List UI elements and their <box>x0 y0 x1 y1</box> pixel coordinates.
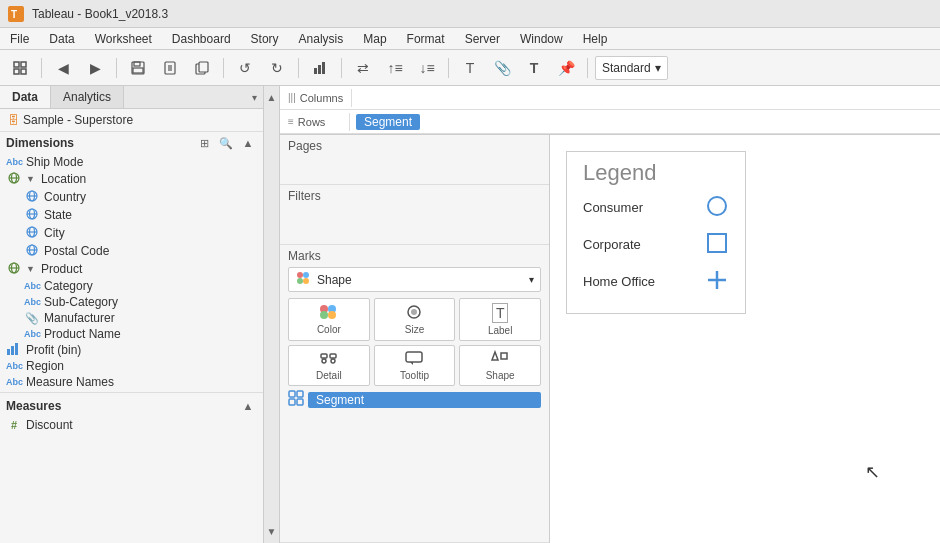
menu-data[interactable]: Data <box>39 30 84 48</box>
field-item-location[interactable]: ▼Location <box>0 170 263 188</box>
svg-rect-37 <box>11 346 14 355</box>
marks-detail-btn[interactable]: Detail <box>288 345 370 386</box>
field-item-category[interactable]: AbcCategory <box>0 278 263 294</box>
panel-tab-arrow[interactable]: ▾ <box>246 88 263 107</box>
svg-point-61 <box>708 197 726 215</box>
toolbar-save-btn[interactable] <box>124 55 152 81</box>
toolbar-text-btn[interactable]: T <box>520 55 548 81</box>
marks-shape-btn[interactable]: Shape <box>459 345 541 386</box>
dimensions-search-icon[interactable]: 🔍 <box>217 134 235 152</box>
menu-analysis[interactable]: Analysis <box>289 30 354 48</box>
svg-rect-53 <box>406 352 422 362</box>
svg-text:T: T <box>11 9 17 20</box>
globe-icon <box>24 189 40 205</box>
field-item-city[interactable]: City <box>0 224 263 242</box>
measures-collapse-icon[interactable]: ▲ <box>239 397 257 415</box>
marks-tooltip-btn[interactable]: Tooltip <box>374 345 456 386</box>
field-item-measure-names[interactable]: AbcMeasure Names <box>0 374 263 390</box>
svg-rect-4 <box>14 69 19 74</box>
collapse-down-arrow[interactable]: ▼ <box>264 520 279 543</box>
toolbar-grid-btn[interactable] <box>6 55 34 81</box>
marks-type-dropdown[interactable]: Shape ▾ <box>288 267 541 292</box>
globe-group-icon <box>6 171 22 187</box>
svg-rect-15 <box>314 68 317 74</box>
menu-format[interactable]: Format <box>397 30 455 48</box>
svg-point-51 <box>322 359 326 363</box>
toolbar-swap-btn[interactable]: ⇄ <box>349 55 377 81</box>
menu-file[interactable]: File <box>0 30 39 48</box>
tooltip-icon <box>404 350 424 368</box>
menu-help[interactable]: Help <box>573 30 618 48</box>
field-item-country[interactable]: Country <box>0 188 263 206</box>
field-item-region[interactable]: AbcRegion <box>0 358 263 374</box>
field-item-state[interactable]: State <box>0 206 263 224</box>
toolbar-sep-2 <box>116 58 117 78</box>
menu-server[interactable]: Server <box>455 30 510 48</box>
field-label: Location <box>41 172 86 186</box>
toolbar-view-dropdown[interactable]: Standard ▾ <box>595 56 668 80</box>
toolbar-sep-5 <box>341 58 342 78</box>
marks-size-btn[interactable]: Size <box>374 298 456 341</box>
toolbar-pin-btn[interactable]: 📌 <box>552 55 580 81</box>
toolbar-back-btn[interactable]: ◀ <box>49 55 77 81</box>
marks-color-btn[interactable]: Color <box>288 298 370 341</box>
columns-content[interactable] <box>352 96 940 100</box>
rows-shelf: ≡ Rows Segment <box>280 110 940 134</box>
field-item-profit-(bin)[interactable]: Profit (bin) <box>0 342 263 358</box>
menu-window[interactable]: Window <box>510 30 573 48</box>
field-label: City <box>44 226 65 240</box>
svg-point-48 <box>411 309 417 315</box>
chart-icon <box>6 343 22 357</box>
field-item-ship-mode[interactable]: AbcShip Mode <box>0 154 263 170</box>
toolbar-sort-asc-btn[interactable]: ↑≡ <box>381 55 409 81</box>
label-icon: T <box>492 303 509 323</box>
field-item-sub-category[interactable]: AbcSub-Category <box>0 294 263 310</box>
collapse-arrow: ▼ <box>26 264 35 274</box>
pages-card: Pages <box>280 135 549 185</box>
toolbar-forward-btn[interactable]: ▶ <box>81 55 109 81</box>
canvas: Pages Filters Marks <box>280 135 940 543</box>
rows-text: Rows <box>298 116 326 128</box>
data-source-label[interactable]: Sample - Superstore <box>23 113 133 127</box>
toolbar-new-btn[interactable] <box>156 55 184 81</box>
field-item-product[interactable]: ▼Product <box>0 260 263 278</box>
meas-item-discount[interactable]: # Discount <box>0 417 263 433</box>
field-label: Product Name <box>44 327 121 341</box>
columns-icon: ||| <box>288 92 296 103</box>
marks-segment-pill[interactable]: Segment <box>308 392 541 408</box>
svg-rect-8 <box>133 68 143 73</box>
svg-rect-62 <box>708 234 726 252</box>
collapse-up-arrow[interactable]: ▲ <box>264 86 279 109</box>
field-item-manufacturer[interactable]: 📎Manufacturer <box>0 310 263 326</box>
menu-worksheet[interactable]: Worksheet <box>85 30 162 48</box>
tab-analytics[interactable]: Analytics <box>51 86 124 108</box>
color-icon <box>319 304 339 322</box>
rows-content[interactable]: Segment <box>350 112 940 132</box>
toolbar-chart-btn[interactable] <box>306 55 334 81</box>
field-list: Dimensions ⊞ 🔍 ▲ AbcShip Mode ▼Location <box>0 132 263 543</box>
field-item-product-name[interactable]: AbcProduct Name <box>0 326 263 342</box>
toolbar-view-arrow: ▾ <box>655 61 661 75</box>
field-item-postal-code[interactable]: Postal Code <box>0 242 263 260</box>
menu-story[interactable]: Story <box>241 30 289 48</box>
dimensions-grid-icon[interactable]: ⊞ <box>195 134 213 152</box>
toolbar-sep-1 <box>41 58 42 78</box>
field-label: Manufacturer <box>44 311 115 325</box>
field-label: Product <box>41 262 82 276</box>
toolbar-sort-desc-btn[interactable]: ↓≡ <box>413 55 441 81</box>
toolbar-clip-btn[interactable]: 📎 <box>488 55 516 81</box>
toolbar-undo-btn[interactable]: ↺ <box>231 55 259 81</box>
menu-dashboard[interactable]: Dashboard <box>162 30 241 48</box>
toolbar-label-btn[interactable]: T <box>456 55 484 81</box>
svg-rect-57 <box>289 391 295 397</box>
marks-label-btn[interactable]: T Label <box>459 298 541 341</box>
svg-rect-59 <box>289 399 295 405</box>
toolbar-redo-btn[interactable]: ↻ <box>263 55 291 81</box>
toolbar-copy-btn[interactable] <box>188 55 216 81</box>
canvas-header: ||| Columns ≡ Rows Segment <box>280 86 940 135</box>
rows-pill[interactable]: Segment <box>356 114 420 130</box>
window-title: Tableau - Book1_v2018.3 <box>32 7 168 21</box>
dimensions-collapse-icon[interactable]: ▲ <box>239 134 257 152</box>
tab-data[interactable]: Data <box>0 86 51 108</box>
menu-map[interactable]: Map <box>353 30 396 48</box>
